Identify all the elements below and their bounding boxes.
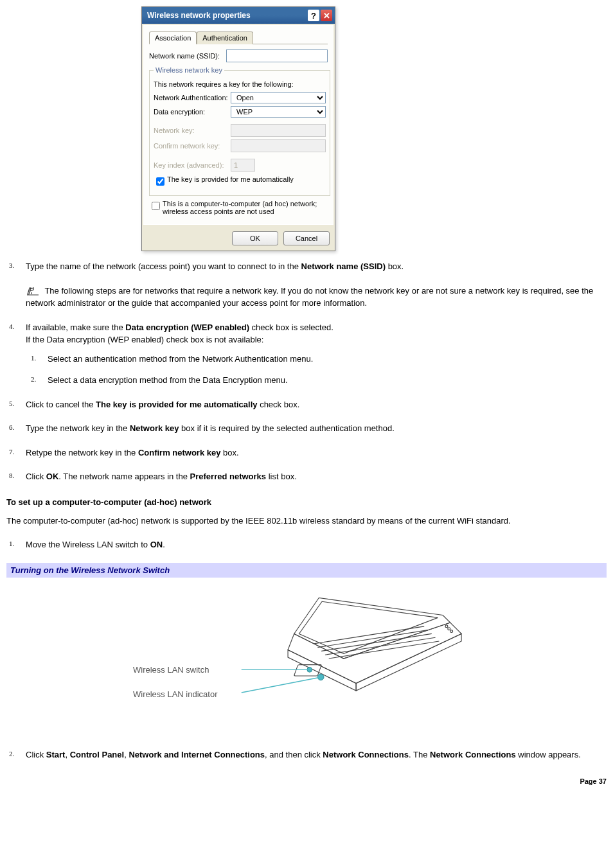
note-block: The following steps are for networks tha… (26, 285, 607, 310)
index-spinner (231, 159, 255, 172)
adhoc-checkbox[interactable] (152, 202, 160, 210)
fieldset-legend: Wireless network key (154, 66, 224, 74)
auth-select[interactable]: Open (231, 92, 326, 103)
step-6: Type the network key in the Network key … (26, 422, 607, 435)
tab-association[interactable]: Association (149, 31, 197, 44)
laptop-figure: Wireless LAN switch Wireless LAN indicat… (6, 588, 607, 729)
ssid-label: Network name (SSID): (149, 52, 226, 60)
confirm-input (231, 139, 326, 152)
step-4-2: Select a data encryption method from the… (48, 374, 607, 387)
adhoc-label: This is a computer-to-computer (ad hoc) … (163, 200, 328, 215)
adhoc-heading: To set up a computer-to-computer (ad-hoc… (6, 497, 607, 507)
wireless-properties-dialog: Wireless network properties ? ✕ Associat… (141, 6, 335, 251)
step-7: Retype the network key in the Confirm ne… (26, 447, 607, 459)
tab-authentication[interactable]: Authentication (197, 31, 253, 44)
steps-list-cont: If available, make sure the Data encrypt… (6, 321, 607, 483)
tabs: Association Authentication (149, 31, 328, 44)
fig-label-switch: Wireless LAN switch (133, 665, 209, 675)
step-4: If available, make sure the Data encrypt… (26, 321, 607, 387)
step-4-1: Select an authentication method from the… (48, 353, 607, 366)
substeps-4: Select an authentication method from the… (26, 353, 607, 387)
key-label: Network key: (154, 127, 231, 134)
dialog-title: Wireless network properties (147, 11, 251, 20)
help-icon[interactable]: ? (308, 10, 319, 21)
auth-label: Network Authentication: (154, 94, 231, 102)
svg-point-3 (450, 630, 453, 632)
ok-button[interactable]: OK (232, 231, 278, 245)
step-5: Click to cancel the The key is provided … (26, 398, 607, 411)
step-8: Click OK. The network name appears in th… (26, 470, 607, 483)
adhoc-step-2: Click Start, Control Panel, Network and … (26, 748, 607, 761)
adhoc-steps: Move the Wireless LAN switch to ON. (6, 538, 607, 551)
dialog-titlebar: Wireless network properties ? ✕ (142, 7, 335, 24)
wireless-key-fieldset: Wireless network key This network requir… (149, 66, 330, 196)
svg-point-1 (445, 624, 448, 627)
auto-label: The key is provided for me automatically (167, 175, 294, 183)
close-icon[interactable]: ✕ (321, 10, 332, 21)
svg-line-7 (242, 677, 321, 692)
note-icon (26, 286, 40, 296)
step-3: Type the name of the network (access poi… (26, 260, 607, 273)
page-footer: Page 37 (6, 777, 607, 785)
cancel-button[interactable]: Cancel (283, 231, 330, 245)
ssid-input[interactable] (226, 49, 328, 62)
steps-list: Type the name of the network (access poi… (6, 260, 607, 273)
adhoc-step-1: Move the Wireless LAN switch to ON. (26, 538, 607, 551)
fig-label-indicator: Wireless LAN indicator (133, 689, 218, 699)
index-label: Key index (advanced): (154, 161, 231, 169)
key-input (231, 124, 326, 137)
enc-select[interactable]: WEP (231, 106, 326, 118)
enc-label: Data encryption: (154, 108, 231, 116)
adhoc-intro: The computer-to-computer (ad-hoc) networ… (6, 515, 607, 527)
adhoc-steps-cont: Click Start, Control Panel, Network and … (6, 748, 607, 761)
fieldset-intro: This network requires a key for the foll… (154, 80, 326, 88)
confirm-label: Confirm network key: (154, 142, 231, 150)
auto-checkbox[interactable] (156, 177, 164, 186)
figure-caption: Turning on the Wireless Network Switch (6, 563, 607, 578)
svg-point-2 (448, 627, 450, 630)
